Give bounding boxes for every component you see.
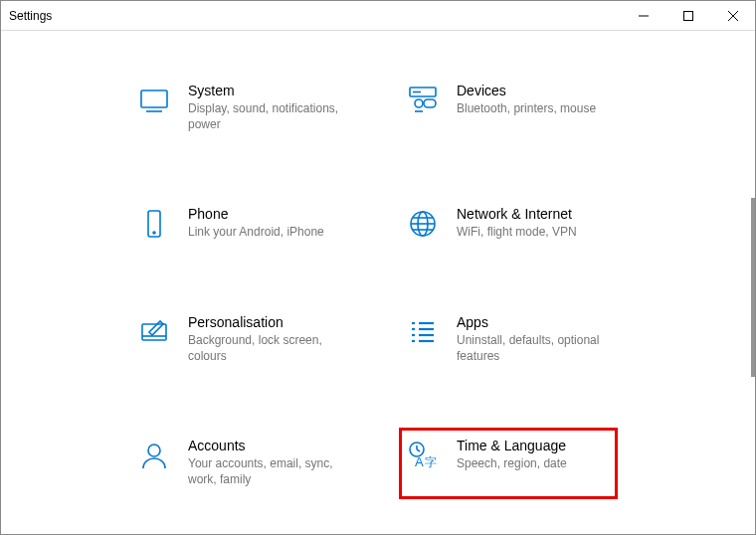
tile-apps[interactable]: Apps Uninstall, defaults, optional featu… [399,304,618,376]
svg-text:字: 字 [425,455,437,469]
personalisation-icon [138,316,170,348]
tile-title: Apps [457,314,608,330]
svg-point-28 [148,445,160,456]
tile-desc: Bluetooth, printers, mouse [457,100,608,116]
apps-icon [407,316,439,348]
tile-accounts[interactable]: Accounts Your accounts, email, sync, wor… [130,428,349,499]
tile-devices[interactable]: Devices Bluetooth, printers, mouse [399,73,618,144]
system-icon [138,85,170,116]
settings-content: System Display, sound, notifications, po… [1,31,755,534]
tile-desc: Display, sound, notifications, power [188,100,339,132]
tile-title: Network & Internet [457,206,608,222]
tile-title: Devices [457,83,608,98]
phone-icon [138,208,170,240]
tile-title: Accounts [188,438,339,453]
tile-title: System [188,83,339,98]
tile-personalisation[interactable]: Personalisation Background, lock screen,… [130,304,349,376]
titlebar: Settings [1,1,755,31]
tile-title: Time & Language [457,438,608,453]
scrollbar-thumb[interactable] [751,198,755,377]
accounts-icon [138,440,170,471]
window-title: Settings [1,9,52,23]
svg-rect-1 [683,11,692,20]
svg-line-31 [417,449,420,451]
tile-title: Personalisation [188,314,339,330]
tile-phone[interactable]: Phone Link your Android, iPhone [130,196,349,252]
svg-rect-8 [424,99,436,107]
devices-icon [407,85,439,116]
tile-desc: Background, lock screen, colours [188,332,339,364]
minimize-button[interactable] [621,1,665,30]
close-button[interactable] [710,1,755,30]
svg-point-12 [153,232,155,234]
settings-grid: System Display, sound, notifications, po… [130,73,755,534]
tile-network[interactable]: Network & Internet WiFi, flight mode, VP… [399,196,618,252]
svg-point-9 [415,99,423,107]
maximize-button[interactable] [665,1,710,30]
tile-time-language[interactable]: A 字 Time & Language Speech, region, date [399,428,618,499]
tile-desc: Speech, region, date [457,455,608,471]
tile-desc: WiFi, flight mode, VPN [457,224,608,240]
tile-title: Phone [188,206,339,222]
time-language-icon: A 字 [407,440,439,471]
tile-desc: Uninstall, defaults, optional features [457,332,608,364]
tile-system[interactable]: System Display, sound, notifications, po… [130,73,349,144]
tile-desc: Link your Android, iPhone [188,224,339,240]
window-controls [621,1,755,30]
svg-text:A: A [415,454,424,469]
tile-desc: Your accounts, email, sync, work, family [188,455,339,487]
network-icon [407,208,439,240]
svg-rect-4 [141,90,167,107]
